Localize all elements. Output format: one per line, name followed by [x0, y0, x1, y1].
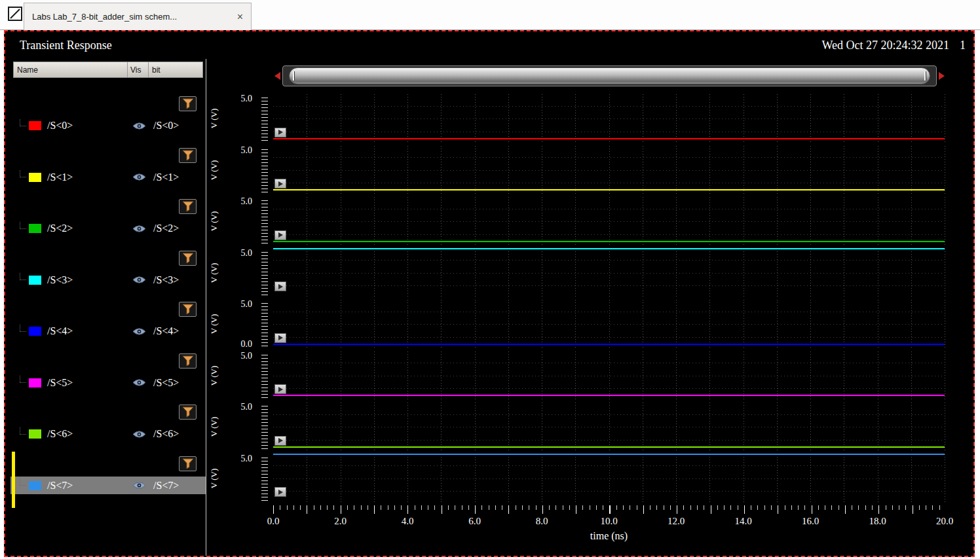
filter-funnel-button[interactable] [179, 199, 197, 214]
scrollbar-track[interactable] [282, 65, 937, 86]
tree-elbow [20, 376, 26, 383]
wave-plot-area [273, 350, 945, 402]
signal-row-line[interactable]: /S<3> /S<3> [10, 271, 206, 289]
filter-funnel-button[interactable] [179, 353, 197, 369]
play-icon [278, 490, 283, 495]
visibility-eye-icon[interactable] [132, 430, 147, 439]
vertical-gridline [844, 352, 844, 401]
play-marker-button[interactable] [274, 128, 286, 137]
vertical-gridline [777, 300, 778, 349]
play-marker-button[interactable] [274, 487, 286, 497]
vertical-gridline [676, 300, 677, 349]
play-marker-button[interactable] [274, 384, 286, 394]
signal-color-swatch[interactable] [29, 378, 41, 388]
close-icon[interactable]: × [237, 12, 243, 22]
vertical-gridline [676, 146, 677, 195]
play-marker-button[interactable] [274, 333, 286, 343]
signal-row-line[interactable]: /S<6> /S<6> [10, 425, 206, 443]
visibility-eye-icon[interactable] [132, 327, 147, 336]
y-axis-tick-ruler [261, 252, 268, 296]
waveform-strip: V (V) 5.0 [206, 350, 973, 402]
play-marker-button[interactable] [274, 281, 286, 291]
vertical-gridline [911, 403, 912, 452]
signal-row-line[interactable]: /S<5> /S<5> [10, 374, 206, 391]
filter-funnel-button[interactable] [179, 251, 197, 266]
vertical-gridline [341, 146, 341, 195]
waveform-strip: V (V) 5.0 [206, 247, 973, 299]
visibility-eye-icon[interactable] [132, 122, 147, 130]
column-header-vis: Vis [128, 62, 149, 77]
y-axis-top-value: 5.0 [226, 196, 252, 207]
play-marker-button[interactable] [274, 179, 286, 189]
x-axis-ruler [273, 505, 945, 514]
scroll-left-arrow-icon[interactable] [274, 72, 280, 80]
vertical-gridline [878, 197, 878, 246]
signal-row-line[interactable]: /S<7> /S<7> [10, 477, 206, 494]
waveform-strip: V (V) 5.0 [206, 196, 973, 247]
signal-row[interactable]: /S<7> /S<7> [5, 452, 206, 504]
waveform-strip: V (V) 5.0 [206, 93, 973, 145]
signal-row-line[interactable]: /S<1> /S<1> [10, 168, 206, 186]
signal-row[interactable]: /S<1> /S<1> [5, 144, 206, 196]
y-axis-top-value: 5.0 [226, 351, 252, 361]
signal-color-swatch[interactable] [29, 481, 41, 490]
vertical-gridline [777, 454, 778, 503]
signal-bit-label: /S<5> [153, 377, 179, 389]
signal-bit-label: /S<0> [153, 120, 179, 132]
play-marker-button[interactable] [274, 230, 286, 240]
signal-color-swatch[interactable] [29, 327, 41, 336]
visibility-eye-icon[interactable] [132, 481, 147, 490]
signal-color-swatch[interactable] [29, 121, 41, 130]
filter-funnel-button[interactable] [179, 302, 197, 317]
vertical-gridline [508, 94, 509, 143]
signal-row[interactable]: /S<5> /S<5> [5, 350, 206, 401]
wave-plot-area [273, 453, 945, 505]
signal-color-swatch[interactable] [29, 276, 41, 285]
signal-color-swatch[interactable] [29, 173, 41, 182]
vertical-gridline [475, 454, 476, 503]
horizontal-scrollbar[interactable] [274, 65, 945, 87]
vertical-gridline [878, 146, 878, 195]
x-tick-label: 8.0 [536, 516, 548, 527]
y-axis-tick-ruler [261, 303, 268, 347]
vertical-gridline [945, 454, 945, 503]
vertical-gridline [441, 403, 442, 452]
play-marker-button[interactable] [274, 436, 286, 446]
list-scroll-marker[interactable] [12, 452, 15, 508]
visibility-eye-icon[interactable] [132, 276, 147, 284]
vertical-gridline [407, 403, 408, 452]
vertical-gridline [744, 300, 744, 349]
visibility-eye-icon[interactable] [132, 378, 147, 387]
signal-row-line[interactable]: /S<2> /S<2> [10, 220, 206, 238]
filter-funnel-button[interactable] [179, 405, 197, 420]
signal-row-line[interactable]: /S<0> /S<0> [10, 117, 206, 135]
signal-row[interactable]: /S<2> /S<2> [5, 195, 206, 247]
vertical-gridline [575, 454, 576, 503]
visibility-eye-icon[interactable] [132, 173, 147, 181]
filter-funnel-button[interactable] [179, 96, 197, 111]
vertical-gridline [810, 197, 811, 246]
visibility-eye-icon[interactable] [132, 225, 147, 233]
scroll-right-arrow-icon[interactable] [939, 72, 945, 80]
scrollbar-thumb[interactable] [289, 67, 930, 84]
signal-name: /S<5> [47, 377, 113, 389]
funnel-icon [182, 98, 194, 109]
play-icon [278, 284, 283, 289]
wave-plot-area [273, 145, 945, 196]
signal-row[interactable]: /S<4> /S<4> [5, 298, 206, 350]
signal-row[interactable]: /S<6> /S<6> [5, 401, 206, 452]
signal-row[interactable]: /S<0> /S<0> [5, 92, 206, 144]
vertical-gridline [878, 249, 878, 298]
signal-row-line[interactable]: /S<4> /S<4> [10, 323, 206, 340]
vertical-gridline [609, 352, 610, 401]
tab-lab7-adder-sim[interactable]: Labs Lab_7_8-bit_adder_sim schem... × [24, 3, 252, 30]
vertical-gridline [945, 146, 945, 195]
signal-row[interactable]: /S<3> /S<3> [5, 247, 206, 298]
filter-funnel-button[interactable] [179, 148, 197, 163]
signal-color-swatch[interactable] [29, 429, 41, 439]
vertical-gridline [508, 403, 509, 452]
signal-color-swatch[interactable] [29, 224, 41, 233]
vertical-gridline [609, 197, 610, 246]
vertical-gridline [542, 197, 542, 246]
filter-funnel-button[interactable] [179, 456, 197, 471]
